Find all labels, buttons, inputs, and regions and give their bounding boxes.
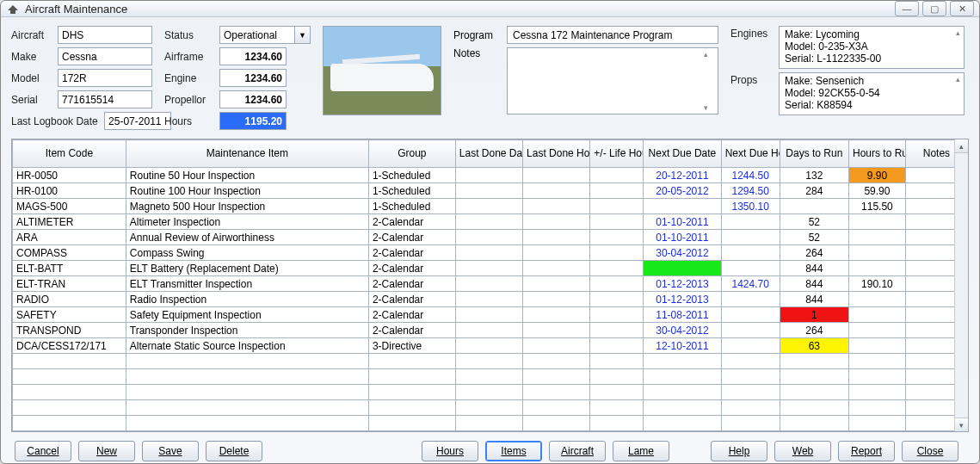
- form-col-engines: Engines Make: Lycoming Model: 0-235-X3A …: [730, 26, 965, 115]
- hours-label: Hours: [164, 115, 214, 127]
- close-window-button[interactable]: ✕: [950, 1, 974, 16]
- report-button[interactable]: Report: [838, 441, 895, 461]
- table-row[interactable]: [13, 354, 968, 369]
- table-row[interactable]: COMPASSCompass Swing2-Calendar30-04-2012…: [13, 245, 968, 261]
- notes-textarea[interactable]: ▴▾: [507, 47, 718, 114]
- lastlog-row: Last Logbook Date: [11, 112, 152, 130]
- button-bar: Cancel New Save Delete Hours Items Aircr…: [11, 432, 969, 464]
- propellor-input[interactable]: [219, 90, 287, 108]
- scroll-down-icon[interactable]: ▾: [955, 418, 968, 431]
- table-row[interactable]: HR-0050Routine 50 Hour Inspection1-Sched…: [13, 168, 968, 183]
- form-area: Aircraft Make Model Serial Last Logbook …: [11, 26, 969, 130]
- engines-line3: Serial: L-1122335-00: [785, 53, 958, 65]
- table-row[interactable]: [13, 385, 968, 400]
- cancel-button[interactable]: Cancel: [15, 441, 71, 461]
- table-row[interactable]: MAGS-500Magneto 500 Hour Inspection1-Sch…: [13, 199, 968, 214]
- table-row[interactable]: DCA/CESS172/171Alternate Static Source I…: [13, 338, 968, 354]
- new-button[interactable]: New: [78, 441, 135, 461]
- table-row[interactable]: [13, 369, 968, 385]
- form-col-hours: Status ▼ Airframe Engine Propellor Hours: [164, 26, 311, 130]
- delete-button[interactable]: Delete: [206, 441, 262, 461]
- status-dropdown-button[interactable]: ▼: [295, 26, 311, 44]
- table-row[interactable]: ARAAnnual Review of Airworthiness2-Calen…: [13, 230, 968, 245]
- props-line2: Model: 92CK55-0-54: [785, 87, 958, 99]
- table-row[interactable]: ELT-BATTELT Battery (Replacement Date)2-…: [13, 261, 968, 276]
- col-next-due-hours[interactable]: Next Due Hours: [721, 140, 780, 168]
- aircraft-photo: [323, 26, 441, 115]
- titlebar: Aircraft Maintenance — ▢ ✕: [1, 1, 979, 17]
- engines-box[interactable]: Make: Lycoming Model: 0-235-X3A Serial: …: [779, 26, 965, 69]
- program-input[interactable]: [507, 26, 718, 44]
- lame-button[interactable]: Lame: [613, 441, 669, 461]
- make-input[interactable]: [58, 47, 152, 65]
- app-window: Aircraft Maintenance — ▢ ✕ Aircraft Make…: [0, 0, 980, 464]
- props-box[interactable]: Make: Sensenich Model: 92CK55-0-54 Seria…: [779, 72, 965, 115]
- engines-line2: Model: 0-235-X3A: [785, 40, 958, 53]
- col-life-hours[interactable]: +/- Life Hours: [590, 140, 644, 168]
- save-button[interactable]: Save: [142, 441, 199, 461]
- program-label: Program: [453, 29, 500, 41]
- lastlog-input[interactable]: [104, 112, 171, 130]
- table-row[interactable]: ALTIMETERAltimeter Inspection2-Calendar0…: [13, 214, 968, 230]
- col-days-to-run[interactable]: Days to Run: [780, 140, 848, 168]
- table-row[interactable]: TRANSPONDTransponder Inspection2-Calenda…: [13, 323, 968, 338]
- app-icon: [6, 2, 20, 15]
- table-row[interactable]: [13, 416, 968, 431]
- status-select-wrap: ▼: [219, 26, 311, 44]
- items-button[interactable]: Items: [485, 441, 542, 461]
- col-last-done-date[interactable]: Last Done Date: [455, 140, 522, 168]
- col-hours-to-run[interactable]: Hours to Run: [848, 140, 905, 168]
- table-row[interactable]: HR-0100Routine 100 Hour Inspection1-Sche…: [13, 183, 968, 199]
- content-area: Aircraft Make Model Serial Last Logbook …: [1, 17, 979, 464]
- engines-caret-icon: ▴: [956, 28, 960, 37]
- table-header-row: Item Code Maintenance Item Group Last Do…: [13, 140, 968, 168]
- col-last-done-hours[interactable]: Last Done Hours: [523, 140, 590, 168]
- col-maintenance-item[interactable]: Maintenance Item: [126, 140, 368, 168]
- props-caret-icon: ▴: [956, 75, 960, 84]
- table-row[interactable]: SAFETYSafety Equipment Inspection2-Calen…: [13, 307, 968, 323]
- form-col-identity: Aircraft Make Model Serial Last Logbook …: [11, 26, 152, 130]
- table-row[interactable]: ELT-TRANELT Transmitter Inspection2-Cale…: [13, 276, 968, 292]
- table-scrollbar[interactable]: ▴ ▾: [954, 139, 968, 431]
- col-next-due-date[interactable]: Next Due Date: [644, 140, 722, 168]
- model-label: Model: [11, 72, 52, 84]
- model-input[interactable]: [58, 69, 152, 87]
- window-title: Aircraft Maintenance: [25, 3, 895, 15]
- maximize-button[interactable]: ▢: [922, 1, 946, 16]
- props-line3: Serial: K88594: [785, 99, 958, 111]
- aircraft-button[interactable]: Aircraft: [549, 441, 606, 461]
- hours-input[interactable]: [219, 112, 287, 130]
- minimize-button[interactable]: —: [895, 1, 919, 16]
- col-item-code[interactable]: Item Code: [13, 140, 126, 168]
- make-label: Make: [11, 51, 52, 63]
- maintenance-table-wrap: Item Code Maintenance Item Group Last Do…: [11, 139, 969, 432]
- help-button[interactable]: Help: [711, 441, 767, 461]
- web-button[interactable]: Web: [774, 441, 831, 461]
- scroll-up-icon[interactable]: ▴: [955, 139, 968, 153]
- status-label: Status: [164, 29, 214, 41]
- aircraft-input[interactable]: [58, 26, 152, 44]
- airframe-input[interactable]: [219, 47, 287, 65]
- airframe-label: Airframe: [164, 51, 214, 63]
- props-line1: Make: Sensenich: [785, 75, 958, 87]
- table-row[interactable]: [13, 400, 968, 416]
- engines-label: Engines: [730, 28, 772, 40]
- engine-input[interactable]: [219, 69, 287, 87]
- engines-line1: Make: Lycoming: [785, 28, 958, 40]
- serial-input[interactable]: [58, 90, 152, 108]
- engine-label: Engine: [164, 72, 214, 84]
- close-button[interactable]: Close: [902, 441, 958, 461]
- table-row[interactable]: RADIORadio Inspection2-Calendar01-12-201…: [13, 292, 968, 307]
- lastlog-label: Last Logbook Date: [11, 115, 98, 127]
- notes-scroll-indicator: ▴▾: [704, 50, 716, 112]
- propellor-label: Propellor: [164, 94, 214, 106]
- form-col-program: Program Notes ▴▾: [453, 26, 718, 114]
- status-select[interactable]: [219, 26, 295, 44]
- serial-label: Serial: [11, 94, 52, 106]
- col-group[interactable]: Group: [368, 140, 455, 168]
- aircraft-label: Aircraft: [11, 29, 52, 41]
- hours-button[interactable]: Hours: [422, 441, 478, 461]
- notes-label: Notes: [453, 47, 500, 59]
- props-label: Props: [730, 74, 772, 86]
- maintenance-table[interactable]: Item Code Maintenance Item Group Last Do…: [12, 139, 968, 431]
